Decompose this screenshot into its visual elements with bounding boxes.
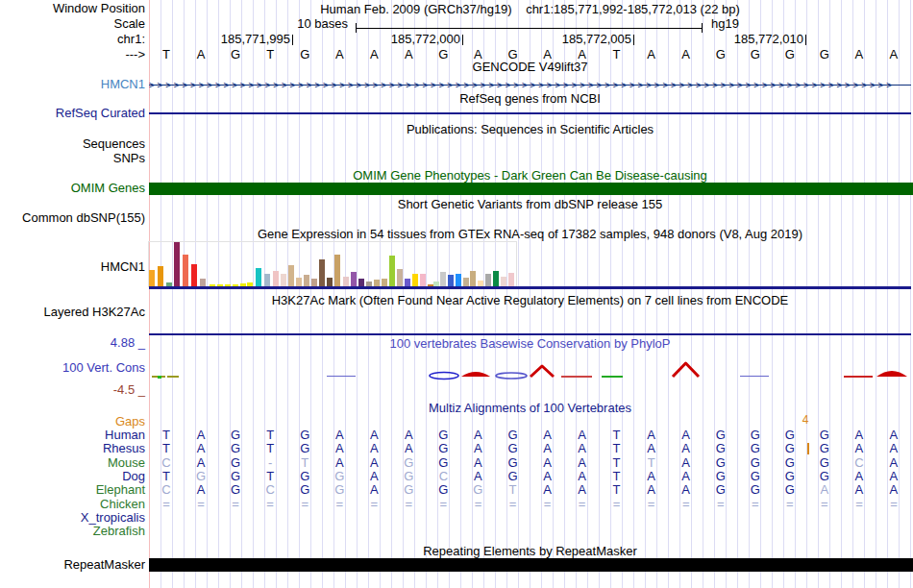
multiz-base-chicken: = — [294, 498, 315, 511]
multiz-base-rhesus: G — [294, 442, 315, 455]
repeatmasker-bar[interactable] — [149, 558, 913, 572]
multiz-base-mouse: G — [398, 456, 419, 470]
sequence-base: G — [294, 48, 315, 61]
gtex-tissue-bar[interactable] — [485, 274, 491, 286]
sequence-base: G — [225, 48, 246, 61]
track-title-repeating-elements-by-re[interactable]: Repeating Elements by RepeatMasker — [149, 544, 911, 558]
multiz-base-human: A — [676, 429, 697, 442]
gtex-tissue-bar[interactable] — [158, 266, 163, 286]
track-label-layered-h3k27ac[interactable]: Layered H3K27Ac — [0, 305, 145, 319]
refseq-curated-item[interactable] — [149, 112, 911, 114]
gtex-tissue-bar[interactable] — [456, 274, 461, 286]
gtex-tissue-bar[interactable] — [200, 279, 206, 286]
gtex-tissue-bar[interactable] — [281, 274, 286, 286]
gtex-tissue-bar[interactable] — [288, 265, 294, 286]
track-label-refseq-curated[interactable]: RefSeq Curated — [0, 106, 145, 120]
gtex-tissue-bar[interactable] — [351, 272, 357, 286]
gtex-tissue-bar[interactable] — [420, 274, 426, 286]
phylop-conservation-wiggle[interactable] — [149, 361, 911, 386]
sequence-base: A — [467, 48, 488, 61]
gtex-tissue-bar[interactable] — [273, 271, 279, 286]
gtex-tissue-bar[interactable] — [374, 280, 380, 286]
multiz-base-human: A — [329, 429, 350, 442]
multiz-base-mouse: C — [156, 456, 177, 470]
multiz-base-elephant: A — [641, 483, 662, 497]
gtex-tissue-bar[interactable] — [501, 277, 506, 286]
gtex-tissue-bar[interactable] — [508, 273, 514, 286]
track-title-100-vertebrates-basewise[interactable]: 100 vertebrates Basewise Conservation by… — [149, 336, 911, 351]
conservation-eye — [430, 373, 458, 380]
multiz-base-elephant: C — [156, 483, 177, 497]
track-label-common-dbsnp-155-[interactable]: Common dbSNP(155) — [0, 210, 145, 225]
track-title-short-genetic-variants-f[interactable]: Short Genetic Variants from dbSNP releas… — [149, 197, 911, 211]
multiz-base-elephant: A — [676, 483, 697, 497]
multiz-base-rhesus: A — [641, 442, 662, 455]
gtex-tissue-bar[interactable] — [405, 279, 410, 286]
gtex-tissue-bar[interactable] — [296, 278, 302, 286]
ruler-label: 185,772,000 — [372, 33, 460, 46]
gtex-tissue-bar[interactable] — [412, 274, 418, 286]
multiz-base-mouse: - — [259, 456, 281, 470]
gtex-tissue-bar[interactable] — [319, 259, 325, 286]
multiz-base-dog: C — [432, 470, 454, 483]
multiz-base-human: A — [398, 429, 419, 442]
track-label-repeatmasker[interactable]: RepeatMasker — [0, 557, 145, 572]
gtex-tissue-bar[interactable] — [389, 256, 395, 286]
gtex-tissue-bar[interactable] — [397, 269, 403, 286]
track-title-gene-expression-in-54-ti[interactable]: Gene Expression in 54 tissues from GTEx … — [149, 227, 911, 241]
gtex-tissue-bar[interactable] — [382, 279, 387, 286]
track-label-hmcn1[interactable]: HMCN1 — [0, 259, 145, 274]
assembly-title: Human Feb. 2009 (GRCh37/hg19) — [320, 2, 511, 16]
gtex-tissue-bar[interactable] — [304, 275, 309, 286]
track-label-sequences[interactable]: Sequences — [0, 136, 145, 151]
sequence-base: A — [398, 48, 419, 61]
multiz-base-elephant: A — [363, 483, 384, 497]
track-label-omim-genes[interactable]: OMIM Genes — [0, 181, 145, 195]
gtex-tissue-bar[interactable] — [448, 275, 454, 286]
gtex-tissue-bar[interactable] — [174, 242, 180, 286]
multiz-base-rhesus: A — [398, 442, 419, 455]
track-title-refseq-genes-from-ncbi[interactable]: RefSeq genes from NCBI — [149, 91, 911, 106]
gtex-tissue-bar[interactable] — [191, 264, 197, 286]
track-title-publications-sequences-[interactable]: Publications: Sequences in Scientific Ar… — [149, 122, 911, 136]
gtex-tissue-bar[interactable] — [493, 271, 499, 286]
track-title-multiz-alignments-of-100[interactable]: Multiz Alignments of 100 Vertebrates — [149, 401, 911, 415]
gencode-hmcn1-item[interactable]: >>>>>>>>>>>>>>>>>>>>>>>>>>>>>>>>>>>>>>>>… — [149, 79, 911, 91]
multiz-base-chicken: = — [883, 498, 904, 511]
multiz-base-elephant: T — [502, 483, 523, 497]
gtex-tissue-bar[interactable] — [149, 270, 155, 286]
track-label-100-vert-cons[interactable]: 100 Vert. Cons — [0, 360, 145, 375]
multiz-base-human: G — [294, 429, 315, 442]
multiz-base-rhesus: G — [432, 442, 454, 455]
gtex-tissue-bar[interactable] — [343, 277, 349, 286]
gtex-tissue-bar[interactable] — [256, 268, 261, 286]
gtex-tissue-bar[interactable] — [327, 278, 333, 286]
track-title-omim-gene-phenotypes-d[interactable]: OMIM Gene Phenotypes - Dark Green Can Be… — [149, 168, 911, 183]
ruler-tick — [805, 35, 806, 45]
gtex-tissue-bar[interactable] — [264, 274, 270, 286]
track-label-hmcn1[interactable]: HMCN1 — [0, 77, 145, 91]
ruler-label: 185,772,005 — [543, 33, 631, 46]
omim-gene-bar[interactable] — [149, 183, 913, 195]
track-title-h3k27ac-mark-often-foun[interactable]: H3K27Ac Mark (Often Found Near Active Re… — [149, 293, 911, 307]
gtex-tissue-bar[interactable] — [470, 271, 476, 286]
multiz-base-chicken: = — [849, 498, 870, 511]
gtex-tissue-bar[interactable] — [183, 255, 188, 286]
multiz-base-dog: A — [641, 470, 662, 483]
gencode-strand-arrows: >>>>>>>>>>>>>>>>>>>>>>>>>>>>>>>>>>>>>>>>… — [149, 79, 911, 91]
multiz-base-elephant: A — [883, 483, 904, 497]
sequence-base: A — [190, 48, 211, 61]
gtex-tissue-bar[interactable] — [334, 255, 340, 286]
track-title-gencode-v49lift37[interactable]: GENCODE V49lift37 — [149, 60, 911, 74]
gtex-tissue-bar[interactable] — [311, 279, 317, 286]
multiz-base-elephant: T — [606, 483, 628, 497]
multiz-base-dog: A — [849, 470, 870, 483]
multiz-base-dog: G — [710, 470, 731, 483]
track-label-snps[interactable]: SNPs — [0, 151, 145, 165]
gtex-tissue-bar[interactable] — [440, 272, 446, 286]
gtex-tissue-bar[interactable] — [463, 278, 469, 286]
multiz-base-chicken: = — [225, 498, 246, 511]
sequence-base: G — [814, 48, 835, 61]
multiz-base-chicken: = — [156, 498, 177, 511]
gtex-tissue-bar[interactable] — [358, 279, 364, 286]
